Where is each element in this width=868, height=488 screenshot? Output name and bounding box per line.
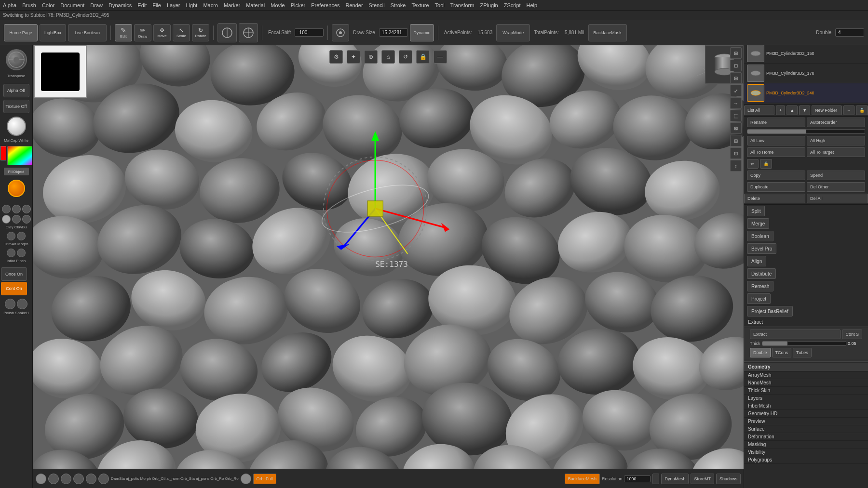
delete-button[interactable]: Delete <box>744 194 805 203</box>
extract-button[interactable]: Extract <box>750 330 841 339</box>
home-icon[interactable]: ⌂ <box>381 50 395 64</box>
main-slider[interactable] <box>747 129 865 134</box>
menu-file[interactable]: File <box>152 2 161 8</box>
scale-button[interactable]: ⤡ Scale <box>173 24 190 41</box>
brush-dot-12[interactable] <box>17 299 27 309</box>
new-folder-button[interactable]: New Folder <box>812 106 842 115</box>
menu-help[interactable]: Help <box>527 2 538 8</box>
menu-draw[interactable]: Draw <box>90 2 103 8</box>
all-to-home-button[interactable]: All To Home <box>747 147 805 157</box>
preview-item[interactable]: Preview <box>744 418 868 425</box>
subtool-item-4[interactable]: PM3D_Cylinder3D2_240 <box>744 83 868 103</box>
auto-recorder-button[interactable]: AutoRecorder <box>807 118 865 127</box>
menu-preferences[interactable]: Preferences <box>311 2 339 8</box>
stones-canvas[interactable]: SE:1373 <box>33 45 744 469</box>
resolution-input[interactable]: 1000 <box>624 475 651 482</box>
tcons-button[interactable]: TCons <box>772 348 792 357</box>
symmetry-button[interactable] <box>217 23 237 42</box>
menu-color[interactable]: Color <box>42 2 54 8</box>
menu-stencil[interactable]: Stencil <box>369 2 385 8</box>
star-icon[interactable]: ✦ <box>347 50 360 64</box>
menu-movie[interactable]: Movie <box>271 2 285 8</box>
menu-texture[interactable]: Texture <box>411 2 429 8</box>
remesh-button[interactable]: Remesh <box>747 281 773 291</box>
once-on-button[interactable]: Once On <box>1 267 27 281</box>
undo-icon[interactable]: ↺ <box>399 50 412 64</box>
arrow-up-button[interactable]: ▲ <box>787 106 798 115</box>
bottom-brush-5[interactable] <box>86 474 96 484</box>
backface-mask-button[interactable]: BackfaceMask <box>588 24 627 41</box>
bottom-brush-6[interactable] <box>98 474 109 484</box>
shadows-button[interactable]: Shadows <box>716 474 741 484</box>
nav-icon-2[interactable]: ⊡ <box>730 60 742 71</box>
brush-dot-6[interactable] <box>22 215 31 224</box>
nav-icon-7[interactable]: ⊠ <box>730 122 742 134</box>
brush-dot-2[interactable] <box>12 205 21 213</box>
double-button[interactable]: Double <box>750 348 771 357</box>
all-high-button[interactable]: All High <box>807 136 865 145</box>
del-other-button[interactable]: Del Other <box>807 182 865 192</box>
menu-light[interactable]: Light <box>186 2 198 8</box>
copy-button[interactable]: Copy <box>747 171 805 180</box>
focal-shift-value[interactable]: -100 <box>295 28 324 37</box>
draw-button[interactable]: ✏ Draw <box>134 24 151 41</box>
menu-marker[interactable]: Marker <box>224 2 240 8</box>
project-button[interactable]: Project <box>747 293 771 304</box>
menu-macro[interactable]: Macro <box>203 2 218 8</box>
nav-icon-10[interactable]: ↕ <box>730 160 742 171</box>
lsym-button[interactable]: ⇔ <box>747 159 759 169</box>
color-gradient-swatch[interactable] <box>7 146 32 165</box>
orbit-full-button[interactable]: OrbitFull <box>253 474 276 484</box>
lock-button[interactable]: 🔒 <box>856 106 868 115</box>
spend-button[interactable]: Spend <box>807 171 865 180</box>
menu-picker[interactable]: Picker <box>291 2 306 8</box>
nav-icon-5[interactable]: ↔ <box>730 97 742 109</box>
edit-button[interactable]: ✎ Edit <box>115 24 132 41</box>
project-basrelief-button[interactable]: Project BasRelief <box>747 306 793 317</box>
layers-item[interactable]: Layers <box>744 395 868 402</box>
thick-slider[interactable] <box>762 341 846 346</box>
dynamic-button[interactable]: Dynamic <box>410 24 434 41</box>
align-button[interactable]: Align <box>747 256 766 266</box>
array-mesh-item[interactable]: ArrayMesh <box>744 371 868 379</box>
fiber-mesh-item[interactable]: FiberMesh <box>744 402 868 410</box>
nav-icon-4[interactable]: ⤢ <box>730 85 742 96</box>
all-to-target-button[interactable]: All To Target <box>807 147 865 157</box>
dynaMesh-button[interactable]: DynaMesh <box>661 474 689 484</box>
brush-dot-5[interactable] <box>12 215 21 224</box>
home-page-button[interactable]: Home Page <box>4 24 38 41</box>
tubes-button[interactable]: Tubes <box>793 348 812 357</box>
merge-button[interactable]: Merge <box>747 218 769 229</box>
lock2-button[interactable]: 🔒 <box>760 159 772 169</box>
del-all-button[interactable]: Del All <box>807 194 868 203</box>
arrow-down-button[interactable]: ▼ <box>799 106 810 115</box>
cont-s-button[interactable]: Cont S <box>842 330 862 339</box>
brush-dot-4[interactable] <box>2 215 11 224</box>
draw-size-value[interactable]: 15.24281 <box>379 28 408 37</box>
rename-button[interactable]: Rename <box>747 118 805 127</box>
polygroups-item[interactable]: Polygroups <box>744 456 868 464</box>
menu-transform[interactable]: Transform <box>450 2 475 8</box>
brush-dot-1[interactable] <box>2 205 11 213</box>
menu-dynamics[interactable]: Dynamics <box>108 2 132 8</box>
bottom-brush-1[interactable] <box>36 474 46 484</box>
bevel-pro-button[interactable]: Bevel Pro <box>747 243 776 254</box>
lock-icon[interactable]: 🔒 <box>416 50 430 64</box>
geometry-hd-item[interactable]: Geometry HD <box>744 410 868 418</box>
menu-brush[interactable]: Brush <box>22 2 36 8</box>
menu-material[interactable]: Material <box>246 2 265 8</box>
subtool-item-2[interactable]: PM3D_Cylinder3D2_150 <box>744 44 868 64</box>
boolean-button[interactable]: Boolean <box>747 231 773 241</box>
brush-dot-10[interactable] <box>17 249 26 257</box>
menu-zscript[interactable]: ZScript <box>504 2 521 8</box>
nav-icon-9[interactable]: ⊡ <box>730 147 742 159</box>
menu-document[interactable]: Document <box>60 2 84 8</box>
transpose-icon[interactable] <box>6 49 27 70</box>
canvas-background[interactable]: SE:1373 ⚙ ✦ ⊕ ⌂ ↺ 🔒 — <box>33 45 744 469</box>
nav-icon-8[interactable]: ⊞ <box>730 135 742 146</box>
brush-dot-9[interactable] <box>7 249 15 257</box>
nav-icon-1[interactable]: ⊞ <box>730 47 742 59</box>
store-mt-button[interactable]: StoreMT <box>691 474 714 484</box>
surface-item[interactable]: Surface <box>744 425 868 433</box>
brush-dot-3[interactable] <box>22 205 31 213</box>
